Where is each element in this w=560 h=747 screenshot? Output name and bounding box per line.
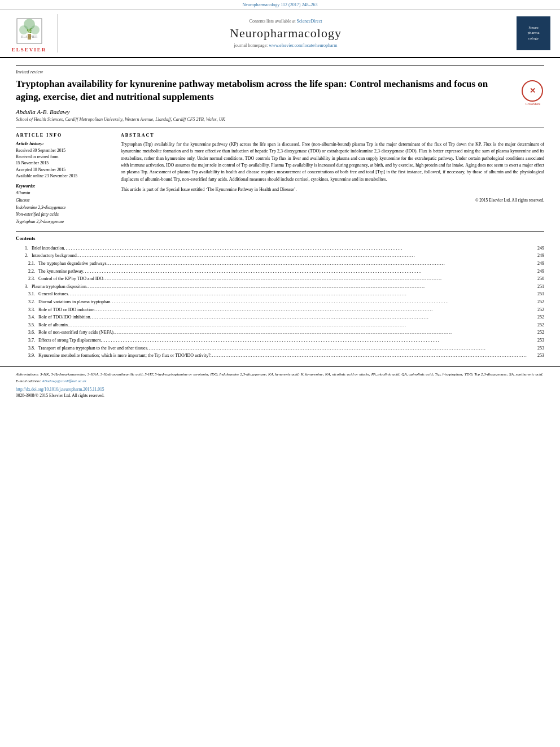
keywords-list: AlbuminGlucoseIndoleamine 2,3-dioxygenas… — [16, 190, 112, 226]
toc-sub-page: 252 — [527, 329, 544, 337]
keyword-item: Indoleamine 2,3-dioxygenase — [16, 204, 112, 212]
toc-row: 2.3.Control of the KP by TDO and IDO ...… — [16, 275, 544, 283]
abstract-col: ABSTRACT Tryptophan (Trp) availability f… — [121, 133, 544, 226]
journal-header: 🌿 ELSEVIER ELSEVIER Contents lists avail… — [0, 10, 560, 58]
keyword-item: Glucose — [16, 197, 112, 204]
toc-sub-number: 3.1. — [16, 290, 38, 298]
abstract-label: ABSTRACT — [121, 133, 544, 138]
article-title: Tryptophan availability for kynurenine p… — [16, 78, 515, 104]
neuro-logo-line2: pharma — [528, 30, 540, 36]
author-name: Abdulla A-B. Badawy — [16, 108, 544, 115]
article-info-col: ARTICLE INFO Article history: Received 3… — [16, 133, 112, 226]
toc-row: 2.Introductory background ..............… — [16, 252, 544, 260]
toc-sub-title-dots: Transport of plasma tryptophan to the li… — [38, 344, 527, 352]
homepage-link[interactable]: www.elsevier.com/locate/neuropharm — [269, 43, 337, 48]
toc-sub-title: The tryptophan degradative pathways — [38, 260, 107, 268]
science-direct-line: Contents lists available at ScienceDirec… — [250, 19, 322, 24]
toc-row: 3.6.Role of non-esterified fatty acids (… — [16, 329, 544, 337]
doi-text: http://dx.doi.org/10.1016/j.neuropharm.2… — [16, 387, 104, 392]
contents-heading: Contents — [16, 235, 544, 241]
science-direct-link[interactable]: ScienceDirect — [297, 19, 322, 24]
toc-page: 249 — [527, 252, 544, 260]
toc-sub-page: 252 — [527, 321, 544, 329]
email-address[interactable]: ABadawy@cardiffmet.ac.uk — [42, 379, 86, 383]
keyword-item: Tryptophan 2,3-dioxygenase — [16, 219, 112, 226]
journal-center: Contents lists available at ScienceDirec… — [63, 14, 508, 53]
elsevier-label: ELSEVIER — [12, 47, 47, 53]
toc-sub-page: 249 — [527, 260, 544, 268]
toc-row: 3.Plasma tryptophan disposition ........… — [16, 283, 544, 291]
toc-title: Plasma tryptophan disposition — [32, 283, 86, 291]
toc-sub-title-dots: The tryptophan degradative pathways ....… — [38, 260, 527, 268]
citation-bar: Neuropharmacology 112 (2017) 248–263 — [0, 0, 560, 10]
received-revised-label: Received in revised form — [16, 154, 112, 160]
toc-sub-title: Control of the KP by TDO and IDO — [38, 275, 103, 283]
abstract-copyright: © 2015 Elsevier Ltd. All rights reserved… — [121, 197, 544, 204]
toc-sub-page: 252 — [527, 313, 544, 321]
toc-sub-number: 3.7. — [16, 337, 38, 344]
toc-sub-page: 253 — [527, 352, 544, 360]
toc-number: 2. — [16, 252, 32, 260]
toc-sub-number: 3.6. — [16, 329, 38, 337]
toc-sub-title: Role of TDO or IDO induction — [38, 306, 94, 314]
toc-page: 249 — [527, 244, 544, 252]
crossmark-icon: ✕ — [522, 80, 543, 102]
page-wrapper: Neuropharmacology 112 (2017) 248–263 🌿 E… — [0, 0, 560, 747]
toc-sub-title-dots: Role of TDO or IDO induction ...........… — [38, 306, 527, 314]
doi-line[interactable]: http://dx.doi.org/10.1016/j.neuropharm.2… — [16, 387, 544, 392]
abbreviations-label: Abbreviations: — [16, 372, 39, 377]
author-affiliation: School of Health Sciences, Cardiff Metro… — [16, 117, 544, 122]
toc-sub-title: The kynurenine pathway — [38, 268, 84, 276]
toc-sub-number: 3.5. — [16, 321, 38, 329]
toc-sub-title: Effects of strong Trp displacement — [38, 337, 101, 344]
toc-sub-dots: ........................................… — [113, 329, 527, 337]
toc-title-dots: Introductory background ................… — [32, 252, 527, 260]
toc-sub-number: 3.9. — [16, 352, 38, 360]
article-title-row: Tryptophan availability for kynurenine p… — [16, 78, 544, 104]
revised-date: 15 November 2015 — [16, 160, 112, 166]
toc-dots: ........................................… — [86, 283, 527, 291]
email-line: E-mail address: ABadawy@cardiffmet.ac.uk — [16, 379, 544, 383]
toc-row: 3.1.General features ...................… — [16, 290, 544, 298]
toc-sub-dots: ........................................… — [68, 321, 527, 329]
toc-sub-dots: ........................................… — [103, 275, 527, 283]
science-direct-prefix: Contents lists available at — [250, 19, 296, 24]
keyword-item: Albumin — [16, 190, 112, 197]
article-type-label: Invited review — [16, 65, 544, 75]
toc-sub-dots: ........................................… — [111, 298, 527, 306]
crossmark-symbol: ✕ — [530, 86, 536, 95]
keywords-heading: Keywords: — [16, 184, 112, 189]
toc-sub-page: 249 — [527, 268, 544, 276]
abstract-paragraph: This article is part of the Special Issu… — [121, 186, 544, 193]
toc-sub-title: Role of albumin — [38, 321, 68, 329]
abbreviations-text: Abbreviations: 3-HK, 3-Hydroxykynurenine… — [16, 372, 544, 378]
toc-sub-title-dots: Role of albumin ........................… — [38, 321, 527, 329]
elsevier-logo: 🌿 ELSEVIER ELSEVIER — [7, 14, 58, 53]
svg-point-5 — [30, 25, 40, 34]
toc-sub-number: 2.1. — [16, 260, 38, 268]
toc-sub-title: General features — [38, 290, 68, 298]
section-divider — [16, 231, 544, 232]
toc-title-dots: Brief introduction .....................… — [32, 244, 527, 252]
toc-sub-dots: ........................................… — [101, 337, 527, 344]
homepage-line: journal homepage: www.elsevier.com/locat… — [234, 43, 338, 48]
toc-sub-title-dots: Role of non-esterified fatty acids (NEFA… — [38, 329, 527, 337]
toc-sub-page: 252 — [527, 306, 544, 314]
toc-sub-title: Kynurenine metabolite formation; which i… — [38, 352, 211, 360]
toc-title: Introductory background — [32, 252, 77, 260]
toc-sub-title-dots: General features .......................… — [38, 290, 527, 298]
toc-sub-dots: ........................................… — [147, 344, 527, 352]
toc-sub-title: Diurnal variations in plasma tryptophan — [38, 298, 111, 306]
toc-sub-page: 253 — [527, 337, 544, 344]
abstract-paragraphs: Tryptophan (Trp) availability for the ky… — [121, 141, 544, 194]
toc-sub-title-dots: Role of TDO/IDO inhibition .............… — [38, 313, 527, 321]
neuro-logo-box: Neuro pharma cology — [517, 16, 550, 50]
journal-logo-right: Neuro pharma cology — [514, 14, 553, 53]
toc-row: 3.3.Role of TDO or IDO induction .......… — [16, 306, 544, 314]
article-history-block: Article history: Received 30 September 2… — [16, 141, 112, 179]
history-heading: Article history: — [16, 141, 112, 146]
abbreviations-content: 3-HK, 3-Hydroxykynurenine; 3-HAA, 3-Hydr… — [40, 372, 543, 377]
toc-row: 3.4.Role of TDO/IDO inhibition .........… — [16, 313, 544, 321]
toc-sub-page: 251 — [527, 290, 544, 298]
toc-row: 3.2.Diurnal variations in plasma tryptop… — [16, 298, 544, 306]
